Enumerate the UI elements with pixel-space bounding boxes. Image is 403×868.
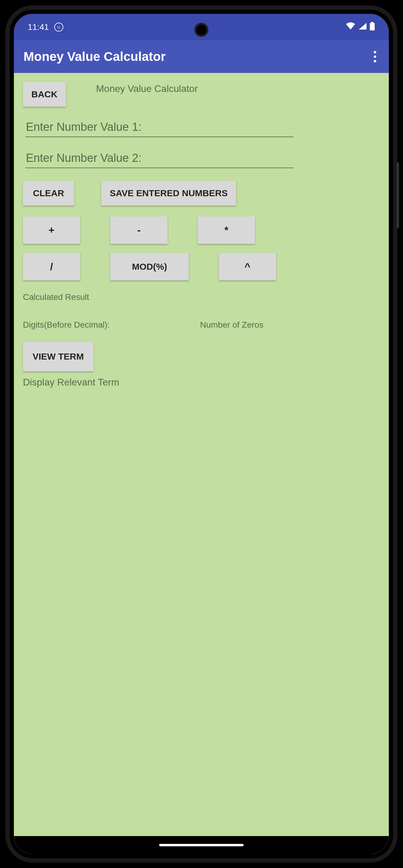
side-button xyxy=(397,162,399,228)
battery-icon xyxy=(370,22,375,33)
signal-icon xyxy=(358,22,367,32)
svg-point-1 xyxy=(59,26,60,27)
app-title: Money Value Calculator xyxy=(24,50,165,64)
number-value-1-input[interactable] xyxy=(25,119,293,137)
divide-button[interactable]: / xyxy=(23,253,80,280)
wifi-icon xyxy=(345,22,356,32)
save-numbers-button[interactable]: SAVE ENTERED NUMBERS xyxy=(101,181,236,206)
back-button[interactable]: BACK xyxy=(23,82,66,107)
top-row: BACK Money Value Calculator xyxy=(23,82,380,107)
calculated-result-label: Calculated Result xyxy=(23,292,380,302)
zeros-label: Number of Zeros xyxy=(200,320,264,330)
clear-button[interactable]: CLEAR xyxy=(23,181,74,206)
svg-rect-3 xyxy=(370,23,375,30)
overflow-menu-icon[interactable] xyxy=(371,48,379,65)
multiply-button[interactable]: * xyxy=(198,216,255,244)
page-subtitle: Money Value Calculator xyxy=(96,82,198,94)
minus-button[interactable]: - xyxy=(110,216,167,244)
power-button[interactable]: ^ xyxy=(219,253,276,280)
phone-frame: 11:41 xyxy=(5,5,397,863)
digits-label: Digits(Before Decimal): xyxy=(23,320,110,330)
app-bar: Money Value Calculator xyxy=(14,40,389,73)
view-term-row: VIEW TERM xyxy=(23,342,380,371)
phone-inner: 11:41 xyxy=(10,10,393,858)
operator-row-1: + - * xyxy=(23,216,380,244)
status-right xyxy=(345,22,375,33)
svg-rect-2 xyxy=(371,22,373,23)
number-value-2-input[interactable] xyxy=(25,150,293,168)
content-area: BACK Money Value Calculator CLEAR SAVE E… xyxy=(14,73,389,854)
face-icon xyxy=(54,23,63,32)
input-2-field xyxy=(25,150,293,168)
operator-row-2: / MOD(%) ^ xyxy=(23,253,380,280)
front-camera xyxy=(194,23,208,37)
status-left: 11:41 xyxy=(28,22,63,32)
display-term-text: Display Relevant Term xyxy=(23,377,380,388)
screen: 11:41 xyxy=(14,14,389,854)
input-1-field xyxy=(25,119,293,137)
mod-button[interactable]: MOD(%) xyxy=(110,253,189,280)
info-labels-row: Digits(Before Decimal): Number of Zeros xyxy=(23,320,380,330)
svg-point-0 xyxy=(58,26,58,27)
action-row: CLEAR SAVE ENTERED NUMBERS xyxy=(23,181,380,206)
home-indicator[interactable] xyxy=(159,844,244,846)
status-time: 11:41 xyxy=(28,22,49,32)
plus-button[interactable]: + xyxy=(23,216,80,244)
view-term-button[interactable]: VIEW TERM xyxy=(23,342,93,371)
navigation-bar xyxy=(14,836,389,854)
